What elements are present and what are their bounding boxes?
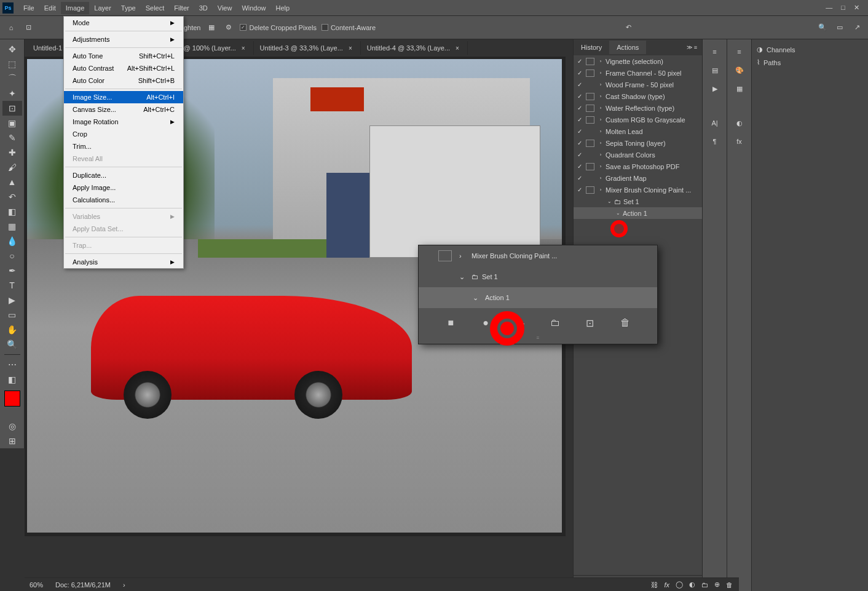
pen-tool[interactable]: ✒ <box>2 263 22 278</box>
panel-flyout-icon[interactable]: ≫ ≡ <box>687 44 702 50</box>
menu-item-canvas-size-[interactable]: Canvas Size...Alt+Ctrl+C <box>64 103 183 116</box>
menu-item-auto-color[interactable]: Auto ColorShift+Ctrl+B <box>64 74 183 87</box>
menu-type[interactable]: Type <box>116 2 141 14</box>
color-panel-icon[interactable]: 🎨 <box>731 63 748 77</box>
menu-item-analysis[interactable]: Analysis▶ <box>64 256 183 268</box>
home-icon[interactable]: ⌂ <box>5 22 17 34</box>
close-icon[interactable]: ✕ <box>854 4 859 12</box>
frame-tool[interactable]: ▣ <box>2 116 22 130</box>
panel-drag-icon[interactable]: ≡ <box>706 44 724 59</box>
link-icon[interactable]: ⛓ <box>651 581 658 589</box>
gear-icon[interactable]: ⚙ <box>223 22 235 34</box>
move-tool[interactable]: ✥ <box>2 42 22 57</box>
trash-icon[interactable]: 🗑 <box>618 316 632 330</box>
menu-file[interactable]: File <box>18 2 39 14</box>
action-row[interactable]: ⌄Action 1 <box>574 207 702 219</box>
menu-item-adjustments[interactable]: Adjustments▶ <box>64 33 183 46</box>
menu-view[interactable]: View <box>213 2 237 14</box>
menu-select[interactable]: Select <box>141 2 170 14</box>
info-arrow-icon[interactable]: › <box>123 581 125 589</box>
action-row[interactable]: ✓›Water Reflection (type) <box>574 102 702 114</box>
crop-tool[interactable]: ⊡ <box>2 101 22 116</box>
menu-item-mode[interactable]: Mode▶ <box>64 17 183 29</box>
menu-help[interactable]: Help <box>271 2 295 14</box>
action-row[interactable]: ✓›Quadrant Colors <box>574 149 702 161</box>
panel-drag-icon[interactable]: ≡ <box>731 44 748 59</box>
doctab[interactable]: Untitled-3 @ 33,3% (Laye...× <box>254 41 361 55</box>
char-panel-icon[interactable]: A| <box>706 116 724 130</box>
folder-icon[interactable]: 🗀 <box>548 316 562 330</box>
close-icon[interactable]: × <box>454 45 461 52</box>
menu-image[interactable]: Image <box>61 2 90 14</box>
close-icon[interactable]: × <box>240 45 247 52</box>
zoom-action-row[interactable]: ›Mixer Brush Cloning Paint ... <box>419 245 657 266</box>
paths-panel-button[interactable]: ⌇ Paths <box>756 56 864 69</box>
channels-panel-button[interactable]: ◑ Channels <box>756 43 864 56</box>
menu-item-trim-[interactable]: Trim... <box>64 140 183 153</box>
delete-cropped-checkbox[interactable]: ✓Delete Cropped Pixels <box>240 24 316 31</box>
menu-filter[interactable]: Filter <box>169 2 194 14</box>
zoom-level[interactable]: 60% <box>30 581 43 589</box>
action-row[interactable]: ✓›Vignette (selection) <box>574 55 702 67</box>
libraries-icon[interactable]: ▤ <box>706 63 724 77</box>
menu-item-calculations-[interactable]: Calculations... <box>64 194 183 206</box>
maximize-icon[interactable]: □ <box>841 4 845 12</box>
eyedropper-tool[interactable]: ✎ <box>2 130 22 145</box>
doc-info[interactable]: Doc: 6,21M/6,21M <box>55 581 111 589</box>
action-row[interactable]: ✓›Custom RGB to Grayscale <box>574 114 702 125</box>
rectangle-tool[interactable]: ▭ <box>2 307 22 322</box>
tab-history[interactable]: History <box>574 41 609 54</box>
fx-icon[interactable]: fx <box>664 581 669 589</box>
adjustments-icon[interactable]: ◐ <box>731 116 748 130</box>
menu-edit[interactable]: Edit <box>39 2 61 14</box>
menu-item-image-size-[interactable]: Image Size...Alt+Ctrl+I <box>64 91 183 103</box>
stamp-tool[interactable]: ▲ <box>2 175 22 189</box>
menu-item-duplicate-[interactable]: Duplicate... <box>64 169 183 181</box>
marquee-tool[interactable]: ⬚ <box>2 57 22 71</box>
zoom-action-row[interactable]: ⌄Action 1 <box>419 287 657 308</box>
crop-tool-icon[interactable]: ⊡ <box>22 22 34 34</box>
menu-item-auto-tone[interactable]: Auto ToneShift+Ctrl+L <box>64 50 183 62</box>
menu-item-image-rotation[interactable]: Image Rotation▶ <box>64 116 183 128</box>
grid-icon[interactable]: ▦ <box>205 22 218 34</box>
menu-item-apply-image-[interactable]: Apply Image... <box>64 181 183 194</box>
gradient-tool[interactable]: ▦ <box>2 219 22 234</box>
action-row[interactable]: ✓›Wood Frame - 50 pixel <box>574 79 702 90</box>
new-icon[interactable]: ⊡ <box>583 316 597 330</box>
screenmode-tool[interactable]: ⊞ <box>2 434 22 448</box>
edit-toolbar-icon[interactable]: ⋯ <box>2 357 22 372</box>
action-row[interactable]: ✓›Cast Shadow (type) <box>574 90 702 102</box>
new-layer-icon[interactable]: ⊕ <box>714 581 720 589</box>
zoom-tool[interactable]: 🔍 <box>2 337 22 352</box>
adj-layer-icon[interactable]: ◐ <box>689 581 695 589</box>
action-row[interactable]: ✓›Sepia Toning (layer) <box>574 137 702 149</box>
stop-icon[interactable]: ■ <box>444 316 457 330</box>
action-row[interactable]: ✓›Frame Channel - 50 pixel <box>574 67 702 79</box>
doctab[interactable]: Untitled-4 @ 33,3% (Laye...× <box>361 41 468 55</box>
close-icon[interactable]: × <box>347 45 354 52</box>
workspace-icon[interactable]: ▭ <box>834 22 846 34</box>
play-panel-icon[interactable]: ▶ <box>706 81 724 96</box>
content-aware-checkbox[interactable]: Content-Aware <box>322 24 376 31</box>
delete-layer-icon[interactable]: 🗑 <box>726 581 733 589</box>
history-brush-tool[interactable]: ↶ <box>2 189 22 204</box>
menu-layer[interactable]: Layer <box>89 2 116 14</box>
search-icon[interactable]: 🔍 <box>816 22 829 34</box>
action-row[interactable]: ✓›Mixer Brush Cloning Paint ... <box>574 184 702 196</box>
zoom-action-row[interactable]: ⌄🗀 Set 1 <box>419 266 657 287</box>
brush-tool[interactable]: 🖌 <box>2 160 22 175</box>
foreground-color[interactable] <box>4 391 20 407</box>
mask-icon[interactable]: ◯ <box>676 581 683 589</box>
type-tool[interactable]: T <box>2 278 22 293</box>
dodge-tool[interactable]: ○ <box>2 248 22 263</box>
color-fg-bg[interactable]: ◧ <box>2 372 22 387</box>
swatches-panel-icon[interactable]: ▦ <box>731 81 748 96</box>
eraser-tool[interactable]: ◧ <box>2 204 22 219</box>
path-select-tool[interactable]: ▶ <box>2 293 22 307</box>
reset-icon[interactable]: ↶ <box>622 22 634 34</box>
tab-actions[interactable]: Actions <box>609 41 646 54</box>
healing-tool[interactable]: ✚ <box>2 145 22 160</box>
hand-tool[interactable]: ✋ <box>2 322 22 337</box>
magic-wand-tool[interactable]: ✦ <box>2 86 22 101</box>
quickmask-tool[interactable]: ◎ <box>2 419 22 434</box>
